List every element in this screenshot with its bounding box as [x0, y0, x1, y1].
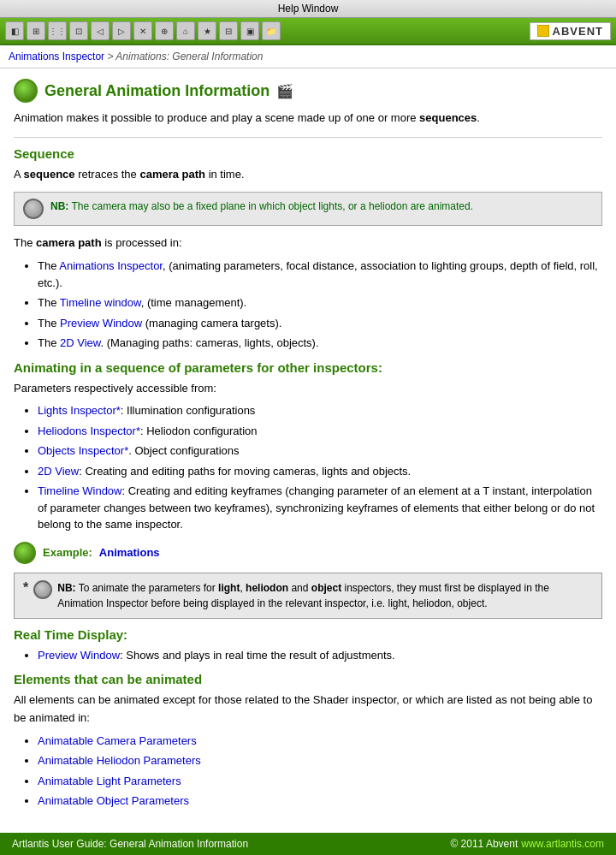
- intro-text: Animation makes it possible to produce a…: [14, 110, 602, 127]
- camera-path-intro: The camera path is processed in:: [14, 235, 602, 252]
- note-text-1: NB: The camera may also be a fixed plane…: [50, 199, 473, 214]
- list-item-heliodons-inspector: Heliodons Inspector*: Heliodon configura…: [38, 423, 602, 440]
- section4-intro: All elements can be animated except for …: [14, 692, 602, 727]
- list-item-preview-window-2: Preview Window: Shows and plays in real …: [38, 647, 602, 664]
- footer-right: © 2011 Abvent www.artlantis.com: [450, 838, 604, 850]
- footer: Artlantis User Guide: General Animation …: [0, 833, 616, 855]
- link-object-params[interactable]: Animatable Object Parameters: [38, 794, 189, 807]
- link-timeline-window[interactable]: Timeline window: [60, 296, 141, 309]
- window-title: Help Window: [278, 3, 339, 15]
- section3-list: Preview Window: Shows and plays in real …: [38, 647, 602, 664]
- example-link[interactable]: Animations: [99, 546, 160, 559]
- breadcrumb: Animations Inspector > Animations: Gener…: [0, 45, 616, 68]
- footer-left: Artlantis User Guide: General Animation …: [12, 838, 248, 850]
- list-item-preview-window: The Preview Window (managing camera targ…: [38, 315, 602, 332]
- link-preview-window-2[interactable]: Preview Window: [38, 649, 120, 662]
- page-title: General Animation Information: [44, 82, 270, 100]
- toolbar-btn-12[interactable]: ▣: [240, 21, 259, 40]
- note-box-2: * NB: To animate the parameters for ligh…: [14, 573, 602, 619]
- list-item-light-params: Animatable Light Parameters: [38, 773, 602, 790]
- list-item-lights-inspector: Lights Inspector*: Illumination configur…: [38, 402, 602, 419]
- camera-path-list: The Animations Inspector, (animating par…: [38, 258, 602, 352]
- breadcrumb-separator: >: [107, 50, 116, 62]
- toolbar-btn-6[interactable]: ▷: [112, 21, 131, 40]
- toolbar-btn-5[interactable]: ◁: [91, 21, 110, 40]
- toolbar-btn-11[interactable]: ⊟: [219, 21, 238, 40]
- toolbar-btn-7[interactable]: ✕: [133, 21, 152, 40]
- link-objects-inspector[interactable]: Objects Inspector*: [38, 444, 128, 457]
- abvent-square: [537, 25, 549, 37]
- titlebar: Help Window: [0, 0, 616, 18]
- content-area: General Animation Information 🎬 Animatio…: [0, 68, 616, 855]
- page-title-icon: [14, 79, 38, 103]
- link-light-params[interactable]: Animatable Light Parameters: [38, 775, 181, 787]
- nb-icon: [33, 580, 52, 599]
- divider-1: [14, 137, 602, 138]
- toolbar-btn-3[interactable]: ⋮⋮: [48, 21, 67, 40]
- section4-list: Animatable Camera Parameters Animatable …: [38, 733, 602, 810]
- example-row: Example: Animations: [14, 542, 602, 564]
- sequence-body: A sequence retraces the camera path in t…: [14, 166, 602, 184]
- section3-heading: Real Time Display:: [14, 627, 602, 642]
- toolbar-btn-4[interactable]: ⊡: [69, 21, 88, 40]
- page-title-row: General Animation Information 🎬: [14, 79, 602, 103]
- section2-list: Lights Inspector*: Illumination configur…: [38, 402, 602, 533]
- link-heliodons-inspector[interactable]: Heliodons Inspector*: [38, 425, 140, 437]
- list-item-heliodon-params: Animatable Heliodon Parameters: [38, 752, 602, 769]
- list-item-object-params: Animatable Object Parameters: [38, 793, 602, 810]
- list-item-timeline-window: The Timeline window, (time management).: [38, 294, 602, 312]
- clapperboard-icon: 🎬: [276, 83, 293, 99]
- link-2d-view-2[interactable]: 2D View: [38, 465, 79, 478]
- list-item-2d-view-2: 2D View: Creating and editing paths for …: [38, 463, 602, 480]
- toolbar: ◧ ⊞ ⋮⋮ ⊡ ◁ ▷ ✕ ⊕ ⌂ ★ ⊟ ▣ 📁 ABVENT: [0, 18, 616, 45]
- toolbar-btn-9[interactable]: ⌂: [176, 21, 195, 40]
- section2-heading: Animating in a sequence of parameters fo…: [14, 360, 602, 375]
- section-sequence-heading: Sequence: [14, 146, 602, 161]
- abvent-logo: ABVENT: [530, 22, 611, 40]
- footer-link[interactable]: www.artlantis.com: [521, 838, 604, 850]
- section4-heading: Elements that can be animated: [14, 672, 602, 686]
- toolbar-btn-2[interactable]: ⊞: [27, 21, 45, 40]
- link-preview-window[interactable]: Preview Window: [60, 317, 142, 330]
- abvent-label: ABVENT: [553, 25, 603, 38]
- list-item-camera-params: Animatable Camera Parameters: [38, 733, 602, 750]
- note-box-1: NB: The camera may also be a fixed plane…: [14, 192, 602, 226]
- toolbar-btn-10[interactable]: ★: [198, 21, 216, 40]
- link-2d-view[interactable]: 2D View: [60, 336, 100, 349]
- link-heliodon-params[interactable]: Animatable Heliodon Parameters: [38, 754, 201, 767]
- note-icon-1: [23, 199, 44, 219]
- list-item-timeline-window-2: Timeline Window: Creating and editing ke…: [38, 483, 602, 533]
- link-camera-params[interactable]: Animatable Camera Parameters: [38, 734, 197, 747]
- link-lights-inspector[interactable]: Lights Inspector*: [38, 404, 121, 417]
- toolbar-buttons: ◧ ⊞ ⋮⋮ ⊡ ◁ ▷ ✕ ⊕ ⌂ ★ ⊟ ▣ 📁: [5, 21, 281, 40]
- toolbar-btn-1[interactable]: ◧: [5, 21, 24, 40]
- list-item-2d-view: The 2D View. (Managing paths: cameras, l…: [38, 335, 602, 352]
- footer-copyright: © 2011 Abvent: [450, 838, 518, 850]
- toolbar-btn-13[interactable]: 📁: [262, 21, 281, 40]
- list-item-animations-inspector: The Animations Inspector, (animating par…: [38, 258, 602, 291]
- section2-intro: Parameters respectively accessible from:: [14, 380, 602, 398]
- note-text-2: NB: To animate the parameters for light,…: [57, 580, 593, 611]
- link-timeline-window-2[interactable]: Timeline Window: [38, 484, 122, 497]
- example-icon: [14, 542, 36, 564]
- list-item-objects-inspector: Objects Inspector*. Object configuration…: [38, 442, 602, 460]
- toolbar-btn-8[interactable]: ⊕: [155, 21, 174, 40]
- breadcrumb-current: Animations: General Information: [116, 50, 263, 62]
- asterisk-icon: *: [23, 580, 28, 596]
- example-label: Example:: [43, 546, 92, 559]
- link-animations-inspector[interactable]: Animations Inspector: [59, 259, 163, 272]
- breadcrumb-link[interactable]: Animations Inspector: [9, 50, 104, 62]
